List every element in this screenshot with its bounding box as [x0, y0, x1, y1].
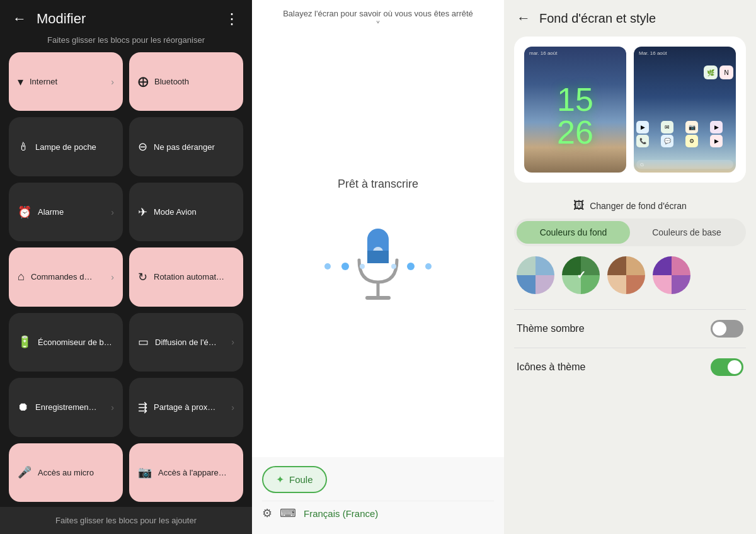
change-wallpaper-label: Changer de fond d'écran [590, 201, 687, 211]
tile-partage[interactable]: ⇶ Partage à prox… › [129, 378, 243, 436]
tile-alarme[interactable]: ⏰ Alarme › [9, 183, 123, 241]
mic-dot-right2 [407, 263, 415, 270]
tile-appareil-label: Accès à l'appare… [158, 468, 234, 477]
home-icon: ⌂ [18, 270, 25, 283]
tile-dnd-label: Ne pas déranger [154, 142, 234, 152]
wallpaper-style-panel: ← Fond d'écran et style mar. 16 août 15 … [504, 0, 756, 534]
theme-sombre-toggle[interactable] [711, 320, 743, 338]
color-swatch-2[interactable]: ✓ [562, 256, 600, 294]
home-icons-grid: ▶ ✉ 📷 ▶ 📞 💬 ⚙ ▶ [636, 121, 733, 147]
home-widgets: 🌿 N [704, 65, 733, 79]
tile-diffusion[interactable]: ▭ Diffusion de l'é… › [129, 313, 243, 372]
mic-dot-right1 [391, 264, 396, 269]
swipe-hint: Balayez l'écran pour savoir où vous vous… [262, 9, 494, 18]
change-wallpaper-button[interactable]: 🖼 Changer de fond d'écran [514, 193, 746, 219]
lock-date: mar. 16 août [529, 50, 557, 56]
tile-dnd[interactable]: ⊖ Ne pas déranger [129, 117, 243, 176]
panel2-top-bar: Balayez l'écran pour savoir où vous vous… [252, 0, 504, 37]
share-icon: ⇶ [138, 401, 147, 414]
swipe-chevron: ˅ [262, 20, 494, 31]
panel3-header: ← Fond d'écran et style [504, 0, 756, 37]
language-label[interactable]: Français (France) [304, 508, 378, 519]
tile-bluetooth[interactable]: ⨁ Bluetooth [129, 52, 243, 111]
tile-micro[interactable]: 🎤 Accès au micro [9, 443, 123, 502]
airplane-icon: ✈ [138, 205, 147, 219]
alarm-icon: ⏰ [18, 205, 32, 219]
tile-bluetooth-label: Bluetooth [154, 77, 234, 86]
back-icon[interactable]: ← [13, 11, 26, 27]
panel1-header: ← Modifier ⋮ [0, 0, 252, 33]
tile-partage-label: Partage à prox… [154, 402, 225, 412]
mic-icon: 🎤 [18, 465, 32, 479]
panel1-footer: Faites glisser les blocs pour les ajoute… [0, 507, 252, 534]
mic-dot-left3 [324, 263, 331, 270]
home-date: Mar. 16 août [639, 50, 667, 56]
color-swatch-4[interactable] [653, 256, 690, 294]
settings-icon[interactable]: ⚙ [262, 506, 272, 520]
tile-rotation-label: Rotation automat… [154, 272, 234, 281]
panel1-subtitle: Faites glisser les blocs pour les réorga… [35, 33, 217, 52]
quick-settings-grid: ▾ Internet › ⨁ Bluetooth 🕯 Lampe de poch… [0, 52, 252, 502]
color-swatches-container: ✓ [514, 256, 746, 294]
panel2-bottom: ✦ Foule ⚙ ⌨ Français (France) [252, 457, 504, 534]
microphone-container [340, 216, 416, 317]
bluetooth-icon: ⨁ [138, 76, 148, 88]
back-icon[interactable]: ← [517, 10, 530, 26]
battery-icon: 🔋 [18, 335, 32, 349]
home-search-bar: G [636, 160, 733, 169]
tab-couleurs-fond[interactable]: Couleurs du fond [517, 221, 630, 244]
tile-lampe-label: Lampe de poche [35, 142, 114, 152]
swatch-selected-check: ✓ [576, 268, 586, 282]
header-left: ← Modifier [13, 11, 86, 27]
mic-dots [324, 263, 432, 270]
tile-rotation[interactable]: ↻ Rotation automat… [129, 247, 243, 306]
mic-dot-right3 [425, 263, 432, 270]
chevron-icon: › [231, 402, 234, 412]
homescreen-preview[interactable]: Mar. 16 août 🌿 N ▶ ✉ 📷 ▶ 📞 💬 ⚙ ▶ [634, 47, 736, 173]
foule-button[interactable]: ✦ Foule [262, 466, 327, 493]
lockscreen-preview[interactable]: mar. 16 août 15 26 [524, 47, 626, 173]
color-swatch-1[interactable] [517, 256, 554, 294]
keyboard-icon[interactable]: ⌨ [280, 506, 296, 520]
camera-icon: 📷 [138, 465, 152, 479]
record-icon: ⏺ [18, 401, 29, 414]
mic-dot-left1 [360, 264, 365, 269]
chevron-icon: › [111, 77, 114, 87]
tile-avion[interactable]: ✈ Mode Avion [129, 183, 243, 241]
language-bar: ⚙ ⌨ Français (France) [262, 501, 494, 525]
lock-time: 15 26 [557, 83, 593, 149]
icones-theme-toggle[interactable] [711, 358, 743, 376]
tab-couleurs-base[interactable]: Couleurs de base [630, 221, 743, 244]
voice-transcription-panel: Balayez l'écran pour savoir où vous vous… [252, 0, 504, 534]
tile-commandes[interactable]: ⌂ Commandes d… › [9, 247, 123, 306]
tile-alarme-label: Alarme [38, 207, 105, 217]
chevron-icon: › [111, 272, 114, 282]
tile-avion-label: Mode Avion [154, 207, 234, 217]
foule-icon: ✦ [276, 474, 284, 486]
tile-diffusion-label: Diffusion de l'é… [155, 338, 225, 347]
rotate-icon: ↻ [138, 270, 147, 284]
icones-theme-section: Icônes à thème [514, 348, 746, 386]
wifi-icon: ▾ [18, 75, 23, 89]
more-icon[interactable]: ⋮ [224, 10, 239, 28]
tile-lampe[interactable]: 🕯 Lampe de poche [9, 117, 123, 176]
tile-commandes-label: Commandes d… [31, 272, 105, 281]
homescreen-bg: Mar. 16 août 🌿 N ▶ ✉ 📷 ▶ 📞 💬 ⚙ ▶ [634, 47, 736, 173]
toggle-knob-green [728, 360, 742, 374]
torch-icon: 🕯 [18, 140, 29, 154]
theme-sombre-section: Thème sombre [514, 309, 746, 348]
tile-economiseur[interactable]: 🔋 Économiseur de b… [9, 313, 123, 372]
tile-internet[interactable]: ▾ Internet › [9, 52, 123, 111]
color-swatch-3[interactable] [607, 256, 645, 294]
dnd-icon: ⊖ [138, 140, 147, 154]
chevron-icon: › [231, 337, 234, 347]
toggle-knob [713, 322, 726, 336]
tile-appareil[interactable]: 📷 Accès à l'appare… [129, 443, 243, 502]
color-tabs: Couleurs du fond Couleurs de base [514, 219, 746, 246]
foule-label: Foule [289, 474, 313, 485]
change-wallpaper-icon: 🖼 [573, 199, 585, 212]
panel3-title: Fond d'écran et style [539, 11, 656, 26]
chevron-icon: › [111, 207, 114, 217]
chevron-icon: › [111, 402, 114, 412]
tile-enregistrement[interactable]: ⏺ Enregistremen… › [9, 378, 123, 436]
